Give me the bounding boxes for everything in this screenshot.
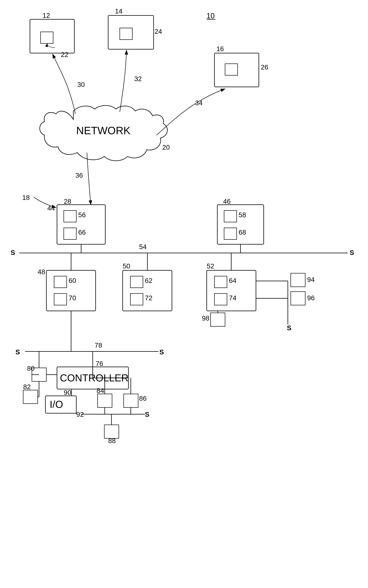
- label-64: 64: [229, 277, 236, 284]
- device-12-inner: [41, 32, 53, 44]
- label-76: 76: [96, 360, 103, 367]
- arrow-32: [120, 50, 127, 112]
- s-label-right-top: S: [350, 249, 354, 256]
- label-22: 22: [61, 51, 68, 58]
- label-12: 12: [43, 12, 50, 19]
- label-50: 50: [123, 262, 130, 270]
- label-52: 52: [207, 262, 214, 270]
- label-24: 24: [155, 28, 162, 35]
- sq-62: [130, 276, 143, 288]
- sq-64: [214, 276, 227, 288]
- s-label-right-bottom: S: [287, 324, 291, 332]
- label-66: 66: [78, 228, 86, 236]
- label-56: 56: [78, 211, 86, 219]
- label-18: 18: [22, 194, 30, 201]
- sq-94: [291, 273, 305, 287]
- device-48: [46, 270, 96, 311]
- s-label-right-bottom2: S: [159, 348, 164, 356]
- label-70: 70: [69, 294, 76, 302]
- label-32: 32: [134, 75, 142, 82]
- label-58: 58: [239, 211, 246, 219]
- label-28: 28: [64, 198, 71, 205]
- device-14: [108, 16, 154, 49]
- sq-96: [291, 292, 305, 305]
- label-16: 16: [216, 45, 224, 53]
- label-86: 86: [139, 395, 147, 402]
- label-48: 48: [38, 268, 45, 276]
- label-90: 90: [64, 389, 71, 396]
- label-94: 94: [307, 276, 315, 283]
- sq-66: [64, 228, 76, 239]
- label-62: 62: [145, 277, 152, 284]
- label-44: 44: [47, 204, 55, 212]
- label-26: 26: [261, 63, 268, 71]
- label-30: 30: [77, 81, 85, 88]
- device-52: [207, 270, 256, 311]
- label-34: 34: [195, 99, 203, 107]
- arrow-34: [156, 89, 225, 135]
- arrow-36: [87, 153, 91, 205]
- sq-60: [54, 276, 67, 288]
- sq-88: [104, 425, 119, 438]
- label-10: 10: [206, 12, 215, 20]
- label-46: 46: [223, 198, 231, 205]
- label-96: 96: [307, 294, 315, 302]
- label-36: 36: [75, 172, 83, 179]
- label-98: 98: [202, 314, 209, 322]
- label-78: 78: [95, 341, 102, 349]
- sq-72: [130, 294, 143, 305]
- label-72: 72: [145, 294, 152, 302]
- device-14-inner: [120, 28, 132, 40]
- sq-68: [224, 228, 237, 239]
- label-60: 60: [69, 277, 76, 284]
- label-82: 82: [23, 383, 31, 390]
- label-74: 74: [229, 294, 236, 302]
- s-label-left-top: S: [11, 249, 15, 256]
- sq-70: [54, 294, 67, 305]
- label-54: 54: [139, 243, 147, 251]
- label-84: 84: [97, 387, 104, 394]
- label-68: 68: [239, 228, 246, 236]
- label-20: 20: [162, 144, 170, 151]
- sq-58: [224, 210, 237, 222]
- device-16-inner: [225, 64, 238, 75]
- network-label: NETWORK: [76, 125, 130, 136]
- sq-56: [64, 210, 76, 222]
- device-16: [214, 53, 259, 87]
- label-80: 80: [27, 365, 35, 372]
- sq-74: [214, 294, 227, 305]
- sq-82: [23, 390, 38, 404]
- s-label-left-bottom: S: [15, 348, 20, 356]
- arrow-22: [47, 44, 55, 48]
- device-12: [30, 19, 74, 53]
- label-88: 88: [108, 437, 116, 444]
- s-label-sub: S: [145, 411, 149, 418]
- arrow-30: [53, 54, 75, 114]
- io-label: I/O: [50, 399, 63, 410]
- device-50: [123, 270, 172, 311]
- label-14: 14: [115, 7, 122, 15]
- sq-84: [98, 394, 112, 407]
- sq-98: [211, 313, 225, 326]
- sq-86: [124, 394, 138, 407]
